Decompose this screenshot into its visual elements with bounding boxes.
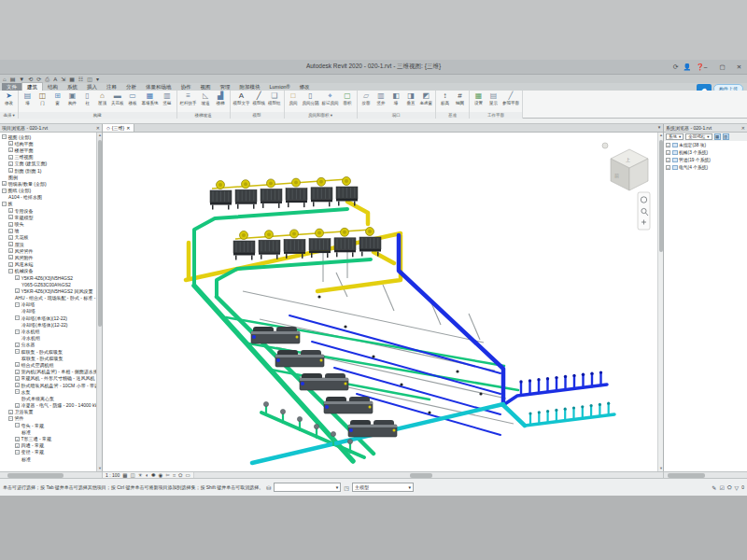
- collapse-icon[interactable]: −: [2, 134, 7, 139]
- ribbon-button-轴网[interactable]: #轴网: [454, 91, 466, 105]
- ribbon-button-垂直[interactable]: ◨垂直: [405, 91, 417, 105]
- tab-结构[interactable]: 结构: [43, 83, 63, 91]
- tab-文件[interactable]: 文件: [2, 83, 21, 91]
- design-options-icon[interactable]: ◳: [344, 484, 349, 491]
- view-control-icon-0[interactable]: ▦: [122, 472, 127, 479]
- status-icon-0[interactable]: ✎: [712, 484, 716, 491]
- collapse-icon[interactable]: −: [15, 423, 20, 427]
- tab-Lumion®[interactable]: Lumion®: [265, 83, 295, 91]
- ribbon-button-参照平面[interactable]: ╱参照平面: [502, 91, 519, 105]
- view-control-icon-1[interactable]: ◫: [131, 472, 135, 479]
- view-tab-close-icon[interactable]: ✕: [126, 125, 130, 131]
- collapse-icon[interactable]: −: [8, 269, 13, 273]
- viewcube[interactable]: 上 前: [602, 143, 648, 190]
- tree-item[interactable]: +明细表/数量 (全部): [0, 180, 96, 187]
- tree-item[interactable]: −图纸 (全部): [0, 188, 96, 194]
- collapse-icon[interactable]: −: [15, 450, 20, 455]
- expand-icon[interactable]: +: [8, 235, 13, 240]
- collapse-icon[interactable]: −: [15, 329, 20, 334]
- tree-item[interactable]: −机械设备: [0, 268, 96, 274]
- tab-体量和场地[interactable]: 体量和场地: [141, 83, 176, 91]
- tree-item[interactable]: +喷头: [0, 220, 96, 227]
- view-control-icon-5[interactable]: ◉: [159, 472, 163, 479]
- view-tab-overflow-icon[interactable]: ▾: [655, 124, 663, 132]
- column-settings-icon[interactable]: ▥: [723, 133, 729, 140]
- ribbon-button-墙[interactable]: ◧墙: [390, 91, 402, 105]
- tree-item[interactable]: −双联泵 - 卧式双吸泵: [0, 348, 96, 355]
- system-row[interactable]: +机械(3 个系统): [664, 148, 747, 156]
- tree-item[interactable]: +Y5KR-4Z6(X3)N5H4GS2 回风设置: [0, 287, 96, 294]
- tree-item[interactable]: +常规模型: [0, 214, 96, 220]
- tree-item[interactable]: +天花板: [0, 234, 96, 241]
- view-control-icon-7[interactable]: ⌗: [173, 472, 176, 479]
- expand-icon[interactable]: +: [8, 141, 13, 146]
- canvas-hscrollbar[interactable]: [193, 472, 663, 478]
- status-icon-3[interactable]: ▽: [735, 484, 740, 491]
- collapse-icon[interactable]: −: [15, 302, 20, 307]
- tree-item[interactable]: 双联泵 - 卧式双吸泵: [0, 355, 96, 361]
- tree-item[interactable]: 冷却塔(单塔体)(12-22): [0, 321, 96, 328]
- status-icon-2[interactable]: ⛭: [727, 484, 732, 491]
- qat-icon-11[interactable]: ▾: [96, 76, 99, 83]
- expand-icon[interactable]: +: [15, 288, 20, 293]
- qat-icon-9[interactable]: ☷: [78, 76, 83, 83]
- expand-icon[interactable]: +: [8, 242, 13, 246]
- ribbon-button-模型线[interactable]: ╱模型线: [253, 91, 266, 105]
- ribbon-button-老虎窗[interactable]: ◩老虎窗: [420, 91, 433, 105]
- tree-item[interactable]: 标准: [0, 428, 96, 435]
- expand-icon[interactable]: +: [8, 208, 13, 213]
- system-browser-close-icon[interactable]: ✕: [741, 125, 745, 131]
- ribbon-button-幕墙系统[interactable]: ▦幕墙系统: [142, 91, 159, 105]
- expand-icon[interactable]: +: [15, 437, 20, 441]
- tab-注释[interactable]: 注释: [102, 83, 121, 91]
- tree-item[interactable]: +冷凝器 - 电气 - 防爆 - 200 - 14000 kW: [0, 402, 96, 409]
- navigation-bar[interactable]: [638, 192, 650, 230]
- tree-item[interactable]: +卧式暗装风机盘管 - 10CM 小带 - 带调量 - 595-175-Ch…: [0, 382, 96, 388]
- tree-item[interactable]: 冷却塔: [0, 308, 96, 315]
- expand-icon[interactable]: +: [8, 161, 13, 166]
- tree-item[interactable]: +室内机(风机盘管) - 单相 - 侧面进水接口2带暖盘: [0, 369, 96, 375]
- view-control-icon-6[interactable]: ✂: [165, 472, 170, 479]
- expand-icon[interactable]: +: [666, 143, 670, 147]
- expand-icon[interactable]: +: [666, 165, 670, 170]
- expand-icon[interactable]: +: [8, 155, 13, 160]
- qat-icon-1[interactable]: ▤: [10, 76, 16, 83]
- tree-item[interactable]: +专用设备: [0, 207, 96, 214]
- scale-button[interactable]: 1 : 100: [106, 472, 120, 478]
- tab-建筑[interactable]: 建筑: [21, 82, 43, 91]
- tab-插入[interactable]: 插入: [82, 83, 102, 91]
- view-control-icon-9[interactable]: ▭: [186, 472, 190, 479]
- worksets-icon[interactable]: ⛁: [266, 484, 271, 491]
- tree-item[interactable]: +分水器: [0, 342, 96, 348]
- tab-分析[interactable]: 分析: [121, 83, 141, 91]
- tree-item[interactable]: −冷水机组: [0, 328, 96, 334]
- tab-附加模块[interactable]: 附加模块: [235, 83, 265, 91]
- qat-icon-8[interactable]: ▦: [69, 76, 75, 83]
- system-filter-dropdown[interactable]: 系统▾: [666, 133, 684, 140]
- tree-item[interactable]: +立面 (建筑立面): [0, 161, 96, 167]
- collapse-icon[interactable]: −: [15, 315, 20, 320]
- tree-item[interactable]: AHU - 组合式 - 现场装配 - 卧式 - 标准 - 2000 - 59…: [0, 295, 96, 301]
- tab-系统[interactable]: 系统: [63, 83, 82, 91]
- tree-item[interactable]: +风管管件: [0, 247, 96, 254]
- collapse-icon[interactable]: −: [15, 389, 20, 394]
- expand-icon[interactable]: +: [15, 370, 20, 374]
- expand-icon[interactable]: +: [666, 158, 670, 162]
- expand-icon[interactable]: +: [8, 255, 13, 259]
- tree-item[interactable]: 图例: [0, 174, 96, 180]
- tree-item[interactable]: −视图 (全部): [0, 133, 96, 140]
- expand-icon[interactable]: +: [15, 403, 20, 408]
- tree-item[interactable]: 卧式单级离心泵: [0, 395, 96, 401]
- ribbon-button-房间[interactable]: □房间: [288, 91, 300, 105]
- qat-icon-7[interactable]: ⇲: [61, 76, 65, 83]
- expand-icon[interactable]: +: [8, 229, 13, 233]
- tree-item[interactable]: 标准: [0, 455, 96, 462]
- collapse-icon[interactable]: −: [15, 349, 20, 354]
- ribbon-button-设置[interactable]: ▦设置: [472, 91, 485, 105]
- system-row[interactable]: +电气(4 个系统): [664, 163, 747, 171]
- system-browser-header[interactable]: 系统浏览器 - 020-1.rvt ✕: [664, 124, 747, 133]
- ribbon-button-墙[interactable]: ▤墙: [21, 91, 34, 105]
- ribbon-button-标高[interactable]: ↕标高: [439, 91, 451, 105]
- ribbon-button-窗[interactable]: ⊞窗: [51, 91, 63, 105]
- ribbon-button-标记房间[interactable]: ⌖标记房间: [322, 91, 339, 105]
